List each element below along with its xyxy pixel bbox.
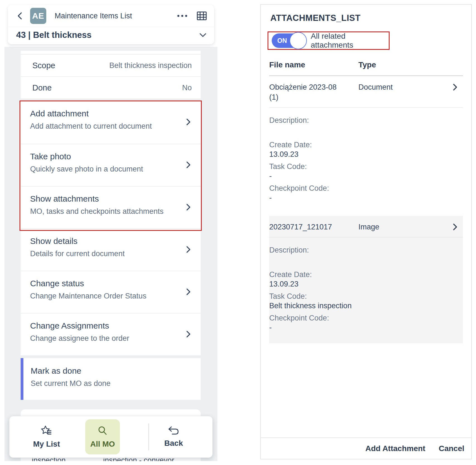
attachment-row: 20230717_121017 Image Description: Creat… (269, 216, 463, 343)
undo-back-icon (168, 426, 179, 435)
attachments-dialog-title: ATTACHMENTS_LIST (270, 13, 471, 23)
nav-label: Back (164, 439, 183, 448)
field-label-create-date: Create Date: (269, 270, 463, 279)
menu-item-title: Mark as done (31, 365, 194, 376)
cancel-button[interactable]: Cancel (439, 444, 464, 453)
menu-item-mark-as-done[interactable]: Mark as done Set current MO as done (21, 358, 201, 400)
chevron-right-icon[interactable] (453, 84, 457, 90)
field-value-create-date: 13.09.23 (269, 279, 463, 289)
info-row-done: Done No (21, 76, 201, 99)
info-label: Done (32, 83, 182, 92)
field-label-create-date: Create Date: (269, 140, 463, 150)
attachment-file-name: 20230717_121017 (269, 222, 341, 232)
menu-item-title: Change Assignments (30, 320, 186, 331)
attachment-type: Document (358, 82, 453, 92)
all-related-attachments-toggle[interactable]: ON (272, 33, 305, 48)
clipped-previous-row (21, 51, 201, 55)
menu-item-title: Change status (30, 278, 186, 289)
bottom-navigation-bar: My List All MO Back (9, 416, 213, 458)
attachment-type: Image (358, 222, 453, 232)
order-actions-scroll-area: Scope Belt thickness inspection Done No … (4, 47, 217, 461)
dialog-footer: Add Attachment Cancel (261, 437, 471, 459)
field-label-task-code: Task Code: (269, 162, 463, 171)
annotation-box-toggle: ON All related attachments (268, 31, 390, 50)
menu-item-show-details[interactable]: Show details Details for current documen… (21, 228, 201, 271)
menu-item-show-attachments[interactable]: Show attachments MO, tasks and checkpoin… (21, 186, 201, 228)
column-header-type: Type (358, 60, 453, 69)
nav-item-my-list[interactable]: My List (17, 425, 76, 449)
menu-item-subtitle: Change assignee to the order (30, 334, 186, 343)
toggle-knob[interactable] (290, 32, 307, 49)
menu-item-subtitle: MO, tasks and checkpoints attachments (30, 207, 186, 216)
menu-item-subtitle: Quickly save photo in a document (30, 164, 186, 174)
menu-item-add-attachment[interactable]: Add attachment Add attachment to current… (21, 101, 201, 144)
field-value-description (269, 125, 463, 137)
field-label-description: Description: (269, 245, 463, 255)
app-title: Maintenance Items List (55, 12, 132, 20)
nav-label: All MO (90, 440, 115, 449)
chevron-down-icon[interactable] (200, 33, 206, 37)
back-chevron-icon[interactable] (16, 12, 23, 19)
order-actions-menu: Add attachment Add attachment to current… (21, 101, 201, 355)
search-icon (97, 425, 108, 436)
attachment-details: Description: Create Date: 13.09.23 Task … (269, 238, 463, 332)
attachments-table: File name Type Obciążenie 2023-08 (1) Do… (269, 60, 463, 343)
menu-item-subtitle: Change Maintenance Order Status (30, 291, 186, 301)
nav-item-all-mo-active[interactable]: All MO (85, 419, 120, 454)
attachment-row-summary[interactable]: 20230717_121017 Image (269, 216, 463, 238)
info-row-scope: Scope Belt thickness inspection (21, 55, 201, 76)
attachments-dialog: ATTACHMENTS_LIST ON All related attachme… (260, 4, 472, 459)
menu-item-take-photo[interactable]: Take photo Quickly save photo in a docum… (21, 144, 201, 186)
menu-item-subtitle: Add attachment to current document (30, 121, 186, 131)
field-value-create-date: 13.09.23 (269, 150, 463, 159)
field-value-task-code: Belt thickness inspection (269, 301, 463, 310)
chevron-right-icon (186, 246, 191, 253)
order-info-card: Scope Belt thickness inspection Done No (21, 51, 201, 99)
attachment-row: Obciążenie 2023-08 (1) Document Descript… (269, 76, 463, 212)
info-value: Belt thickness inspection (109, 61, 192, 70)
nav-label: My List (33, 440, 60, 449)
field-label-checkpoint-code: Checkpoint Code: (269, 313, 463, 323)
order-title: 43 | Belt thickness (16, 30, 200, 40)
column-header-file-name: File name (269, 60, 358, 69)
order-subheader[interactable]: 43 | Belt thickness (8, 27, 214, 44)
field-value-checkpoint-code: - (269, 193, 463, 202)
chevron-right-icon (186, 204, 191, 211)
menu-item-change-assignments[interactable]: Change Assignments Change assignee to th… (21, 313, 201, 355)
field-label-checkpoint-code: Checkpoint Code: (269, 183, 463, 193)
menu-item-subtitle: Details for current document (30, 249, 186, 258)
app-logo: AE (30, 8, 46, 24)
chevron-right-icon[interactable] (453, 224, 457, 230)
maintenance-app-panel: AE Maintenance Items List 43 | Belt t (4, 2, 217, 461)
overflow-menu-icon[interactable] (176, 12, 188, 19)
chevron-right-icon (186, 119, 191, 125)
app-header: AE Maintenance Items List 43 | Belt t (8, 5, 214, 44)
field-label-description: Description: (269, 116, 463, 125)
menu-item-title: Show attachments (30, 193, 186, 204)
screenshot-stage: AE Maintenance Items List 43 | Belt t (0, 0, 476, 465)
menu-item-subtitle: Set current MO as done (31, 379, 194, 388)
menu-item-title: Show details (30, 236, 186, 247)
toggle-state-label: ON (277, 37, 287, 45)
field-value-description (269, 255, 463, 267)
table-grid-icon[interactable] (197, 11, 207, 20)
chevron-right-icon (186, 288, 191, 295)
attachment-file-name: Obciążenie 2023-08 (1) (269, 82, 341, 102)
chevron-right-icon (186, 161, 191, 168)
field-value-checkpoint-code: - (269, 323, 463, 332)
field-label-task-code: Task Code: (269, 292, 463, 301)
field-value-task-code: - (269, 171, 463, 181)
add-attachment-button[interactable]: Add Attachment (365, 444, 425, 453)
attachment-details: Description: Create Date: 13.09.23 Task … (269, 108, 463, 202)
star-list-icon (41, 425, 52, 436)
attachments-table-header: File name Type (269, 60, 463, 76)
menu-item-title: Take photo (30, 151, 186, 162)
menu-item-change-status[interactable]: Change status Change Maintenance Order S… (21, 271, 201, 313)
toggle-description-label: All related attachments (311, 32, 389, 50)
attachment-row-summary[interactable]: Obciążenie 2023-08 (1) Document (269, 76, 463, 108)
nav-item-back[interactable]: Back (156, 426, 192, 448)
nav-divider (148, 424, 149, 450)
info-value: No (182, 84, 192, 92)
chevron-right-icon (186, 331, 191, 337)
info-label: Scope (32, 61, 109, 70)
